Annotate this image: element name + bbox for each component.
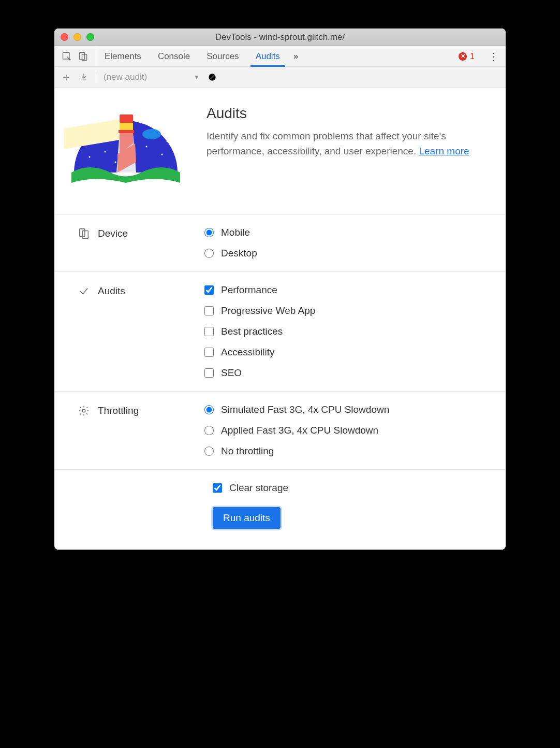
audit-subbar: ＋ (new audit) ▼	[54, 67, 506, 88]
more-tabs-icon[interactable]: »	[288, 46, 303, 66]
tab-label: Sources	[207, 51, 239, 62]
window-title: DevTools - wind-sprout.glitch.me/	[54, 32, 506, 42]
throttling-option-simulated[interactable]: Simulated Fast 3G, 4x CPU Slowdown	[204, 404, 490, 415]
error-indicator[interactable]: ✕ 1	[452, 52, 481, 61]
svg-rect-22	[82, 231, 88, 239]
hero: Audits Identify and fix common problems …	[54, 88, 506, 214]
svg-rect-9	[119, 130, 134, 133]
throttling-section: Throttling Simulated Fast 3G, 4x CPU Slo…	[54, 391, 506, 470]
throttling-option-label: Simulated Fast 3G, 4x CPU Slowdown	[221, 404, 389, 415]
audit-select[interactable]: (new audit) ▼	[104, 72, 200, 82]
run-section: Clear storage Run audits	[54, 470, 506, 529]
learn-more-link[interactable]: Learn more	[419, 146, 469, 156]
audit-option-seo[interactable]: SEO	[204, 367, 490, 379]
throttling-option-label: No throttling	[221, 445, 274, 457]
clear-storage-checkbox[interactable]	[213, 483, 222, 493]
throttling-radio-applied[interactable]	[204, 426, 214, 435]
svg-point-14	[94, 141, 96, 142]
audit-checkbox-bestpractices[interactable]	[204, 327, 214, 336]
minimize-button[interactable]	[73, 33, 81, 41]
audit-checkbox-performance[interactable]	[204, 285, 214, 295]
audit-option-label: Best practices	[221, 326, 283, 337]
download-icon[interactable]	[79, 73, 89, 82]
device-option-label: Mobile	[221, 227, 250, 238]
svg-point-19	[167, 141, 168, 142]
audit-option-bestpractices[interactable]: Best practices	[204, 326, 490, 337]
audit-option-label: Progressive Web App	[221, 305, 315, 317]
audit-checkbox-seo[interactable]	[204, 368, 214, 378]
hero-desc-text: Identify and fix common problems that af…	[207, 131, 446, 156]
clear-storage-label: Clear storage	[229, 482, 288, 494]
throttling-option-none[interactable]: No throttling	[204, 445, 490, 457]
svg-rect-8	[120, 123, 133, 130]
clear-storage-option[interactable]: Clear storage	[213, 482, 288, 494]
device-option-label: Desktop	[221, 248, 257, 259]
error-count: 1	[470, 52, 475, 61]
overflow-menu-icon[interactable]: ⋮	[481, 51, 506, 62]
tabs: Elements Console Sources Audits »	[96, 46, 303, 66]
audit-option-performance[interactable]: Performance	[204, 284, 490, 296]
tab-label: Elements	[105, 51, 141, 62]
device-radio-desktop[interactable]	[204, 249, 214, 258]
device-label: Device	[98, 228, 128, 239]
tab-elements[interactable]: Elements	[96, 46, 150, 66]
audits-panel: Audits Identify and fix common problems …	[54, 88, 506, 550]
tab-sources[interactable]: Sources	[198, 46, 247, 66]
inspect-icon[interactable]	[62, 51, 72, 62]
audit-checkbox-pwa[interactable]	[204, 306, 214, 315]
titlebar: DevTools - wind-sprout.glitch.me/	[54, 28, 506, 46]
audit-option-accessibility[interactable]: Accessibility	[204, 347, 490, 358]
svg-point-18	[89, 156, 91, 158]
cancel-icon[interactable]	[207, 72, 217, 82]
audit-option-label: Performance	[221, 284, 277, 296]
svg-point-16	[146, 146, 148, 148]
tab-label: Audits	[256, 51, 280, 62]
audits-label: Audits	[98, 285, 125, 297]
audit-option-label: Accessibility	[221, 347, 274, 358]
audits-section: Audits Performance Progressive Web App B…	[54, 271, 506, 391]
devtools-window: DevTools - wind-sprout.glitch.me/ Elemen…	[54, 28, 506, 550]
throttling-option-label: Applied Fast 3G, 4x CPU Slowdown	[221, 425, 378, 436]
svg-rect-7	[120, 114, 133, 123]
tab-audits[interactable]: Audits	[247, 46, 288, 66]
tab-label: Console	[158, 51, 190, 62]
svg-point-20	[115, 162, 116, 163]
audit-checkbox-accessibility[interactable]	[204, 348, 214, 357]
checkmark-icon	[78, 285, 90, 299]
device-toolbar-icon[interactable]	[78, 51, 89, 62]
svg-point-17	[161, 154, 163, 155]
device-icon	[78, 228, 90, 241]
chevron-down-icon: ▼	[194, 74, 200, 81]
throttling-label: Throttling	[98, 405, 139, 416]
device-option-mobile[interactable]: Mobile	[204, 227, 490, 238]
audit-option-label: SEO	[221, 367, 242, 379]
devtools-tabbar: Elements Console Sources Audits » ✕ 1 ⋮	[54, 46, 506, 67]
audit-select-label: (new audit)	[104, 72, 147, 82]
svg-point-23	[82, 409, 85, 412]
lighthouse-illustration	[64, 105, 188, 193]
traffic-lights	[61, 33, 94, 41]
add-icon[interactable]: ＋	[61, 69, 72, 85]
svg-point-13	[142, 129, 161, 139]
run-audits-button[interactable]: Run audits	[213, 507, 281, 529]
device-section: Device Mobile Desktop	[54, 214, 506, 271]
toolbar-left-icons	[54, 46, 96, 66]
page-description: Identify and fix common problems that af…	[207, 129, 490, 159]
throttling-radio-none[interactable]	[204, 447, 214, 456]
page-title: Audits	[207, 105, 490, 122]
throttling-radio-simulated[interactable]	[204, 405, 214, 414]
throttling-option-applied[interactable]: Applied Fast 3G, 4x CPU Slowdown	[204, 425, 490, 436]
error-icon: ✕	[459, 52, 467, 61]
tab-console[interactable]: Console	[150, 46, 198, 66]
device-radio-mobile[interactable]	[204, 228, 214, 237]
close-button[interactable]	[61, 33, 68, 41]
hero-text: Audits Identify and fix common problems …	[207, 105, 490, 193]
device-option-desktop[interactable]: Desktop	[204, 248, 490, 259]
zoom-button[interactable]	[86, 33, 94, 41]
svg-point-15	[105, 151, 106, 153]
gear-icon	[78, 405, 90, 419]
audit-option-pwa[interactable]: Progressive Web App	[204, 305, 490, 317]
